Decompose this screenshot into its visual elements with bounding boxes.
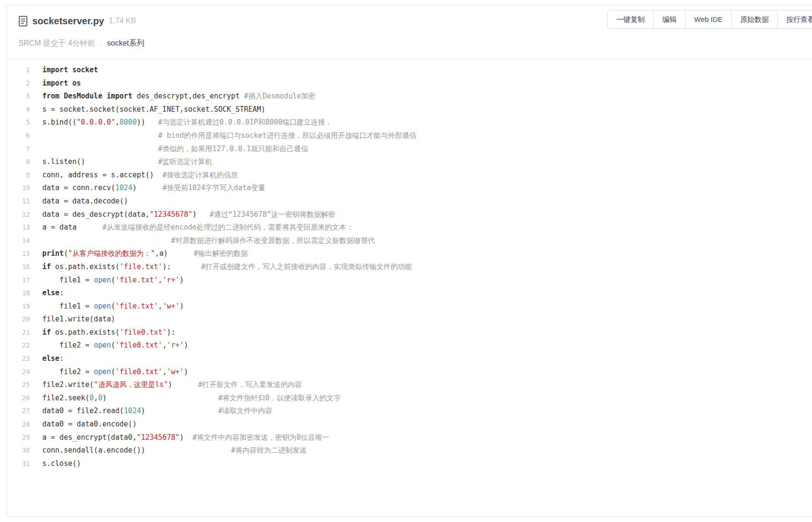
code-token-cm: #打开新文件，写入要发送的内容 (198, 380, 302, 389)
code-token-p: ) (180, 276, 184, 284)
code-token-s: 'file0.txt' (115, 367, 162, 376)
code-token-s: "0.0.0.0" (76, 118, 115, 126)
code-token-p (42, 131, 158, 140)
code-line: 7 #类似的，如果用127.0.0.1就只能和自己通信 (7, 143, 812, 156)
code-token-k: else (42, 289, 59, 297)
committer-link[interactable]: SRCM (19, 39, 41, 47)
line-number[interactable]: 26 (7, 392, 30, 405)
line-number[interactable]: 9 (7, 169, 30, 182)
code-token-p: os.path.exists( (51, 328, 120, 337)
line-number[interactable]: 30 (7, 444, 30, 457)
code-token-cm: # bind的作用是将端口与socket进行连接，所以必须用开放端口才能与外部通… (158, 131, 416, 140)
line-view-button[interactable]: 按行查看 (777, 10, 812, 29)
code-token-p: file1 = (42, 302, 94, 310)
line-number[interactable]: 7 (7, 143, 30, 156)
code-token-k: else (42, 354, 59, 363)
line-number[interactable]: 18 (7, 287, 30, 300)
code-token-p: ) (102, 394, 218, 402)
code-line: 15print("从客户端接收的数据为：",a) #输出解密的数据 (7, 247, 812, 261)
code-token-p: ) (184, 367, 188, 376)
code-line: 21if os.path.exists('file0.txt'): (7, 326, 812, 339)
line-number[interactable]: 29 (7, 431, 30, 445)
code-token-p: data = data.decode() (42, 197, 128, 205)
code-line: 17 file1 = open('file.txt','r+') (7, 274, 812, 287)
line-number[interactable]: 8 (7, 155, 30, 169)
file-size: 1.74 KB (109, 17, 136, 25)
line-number[interactable]: 2 (7, 77, 30, 90)
code-token-p: data = conn.recv( (42, 184, 115, 192)
line-number[interactable]: 21 (7, 326, 30, 339)
line-number[interactable]: 4 (7, 103, 30, 116)
code-token-b: open (94, 341, 111, 349)
code-token-s: 'r+' (162, 276, 180, 284)
code-token-p: s = socket.socket(socket.AF_INET,socket.… (42, 105, 266, 114)
code-line: 6 # bind的作用是将端口与socket进行连接，所以必须用开放端口才能与外… (7, 129, 812, 143)
commit-info: SRCM 提交于 4分钟前 . socket系列 (19, 39, 812, 48)
line-number[interactable]: 1 (7, 64, 30, 77)
code-token-s: 'file.txt' (115, 302, 158, 310)
raw-data-button[interactable]: 原始数据 (731, 10, 777, 29)
code-token-p: ) (192, 210, 210, 219)
code-token-p: ( (111, 276, 115, 284)
code-token-p: conn.sendall(a.encode()) (42, 446, 231, 454)
code-token-cm: #从发送端接收的是经encode处理过的二进制代码，需要将其变回原来的文本； (102, 223, 353, 232)
code-line: 29a = des_encrypt(data0,"12345678") #将文件… (7, 431, 812, 445)
code-token-cm: #读取文件中内容 (218, 406, 272, 415)
line-number[interactable]: 24 (7, 366, 30, 379)
code-token-p: ( (111, 367, 115, 376)
code-token-p: conn, address = s.accept() (42, 171, 162, 179)
web-ide-button[interactable]: Web IDE (685, 10, 731, 29)
code-token-cm: #通过“12345678”这一密钥将数据解密 (210, 210, 335, 219)
code-line: 20file1.write(data) (7, 313, 812, 326)
code-token-p: ) (141, 406, 219, 415)
code-line: 31s.close() (7, 457, 812, 471)
line-number[interactable]: 12 (7, 208, 30, 222)
code-line: 27data0 = file2.read(1024) #读取文件中内容 (7, 405, 812, 418)
line-number[interactable]: 10 (7, 182, 30, 195)
line-number[interactable]: 15 (7, 247, 30, 261)
copy-button[interactable]: 一键复制 (608, 10, 653, 29)
code-token-cm: #将文件指针归0，以便读取录入的文字 (218, 394, 341, 402)
line-number[interactable]: 13 (7, 221, 30, 234)
line-number[interactable]: 20 (7, 313, 30, 326)
code-token-p (42, 236, 171, 245)
code-token-b: open (94, 367, 111, 376)
code-token-p: ) (180, 302, 184, 310)
code-token-s: "12345678" (150, 210, 192, 219)
code-token-cm: #插入Desmodule加密 (244, 92, 315, 100)
code-token-k: print (42, 249, 64, 258)
code-line: 12data = des_descrypt(data,"12345678") #… (7, 208, 812, 222)
line-number[interactable]: 3 (7, 90, 30, 103)
code-token-b: open (94, 276, 111, 284)
line-number[interactable]: 25 (7, 378, 30, 392)
edit-button[interactable]: 编辑 (653, 10, 685, 29)
code-token-p: file2 = (42, 367, 94, 376)
code-line: 14 #对原数据进行解码操作不改变原数据，所以需定义新数据做替代 (7, 234, 812, 248)
line-number[interactable]: 14 (7, 234, 30, 248)
code-token-p: ): (167, 328, 175, 337)
line-number[interactable]: 27 (7, 405, 30, 418)
line-number[interactable]: 6 (7, 129, 30, 143)
line-number[interactable]: 11 (7, 195, 30, 208)
code-token-p: ) (133, 184, 162, 192)
code-token-cm: #监听选定计算机 (158, 157, 212, 166)
line-number[interactable]: 16 (7, 261, 30, 274)
line-number[interactable]: 23 (7, 352, 30, 366)
code-token-n: 1024 (115, 184, 133, 192)
code-token-cm: #接收选定计算机的信息 (162, 171, 238, 179)
commit-message-link[interactable]: socket系列 (107, 39, 144, 47)
code-line: 2import os (7, 77, 812, 90)
code-token-s: 'r+' (167, 341, 184, 349)
line-number[interactable]: 28 (7, 418, 30, 431)
line-number[interactable]: 31 (7, 457, 30, 471)
code-token-p: file1 = (42, 276, 94, 284)
line-number[interactable]: 17 (7, 274, 30, 287)
line-number[interactable]: 5 (7, 116, 30, 129)
line-number[interactable]: 22 (7, 339, 30, 352)
code-line: 11data = data.decode() (7, 195, 812, 208)
code-line: 10data = conn.recv(1024) #接受前1024字节写入dat… (7, 182, 812, 195)
code-line: 16if os.path.exists('file.txt'): #打开或创建文… (7, 261, 812, 274)
code-token-p: ( (111, 341, 115, 349)
line-number[interactable]: 19 (7, 300, 30, 313)
code-line: 25file2.write("遗风遗风，这里是ls") #打开新文件，写入要发送… (7, 378, 812, 392)
